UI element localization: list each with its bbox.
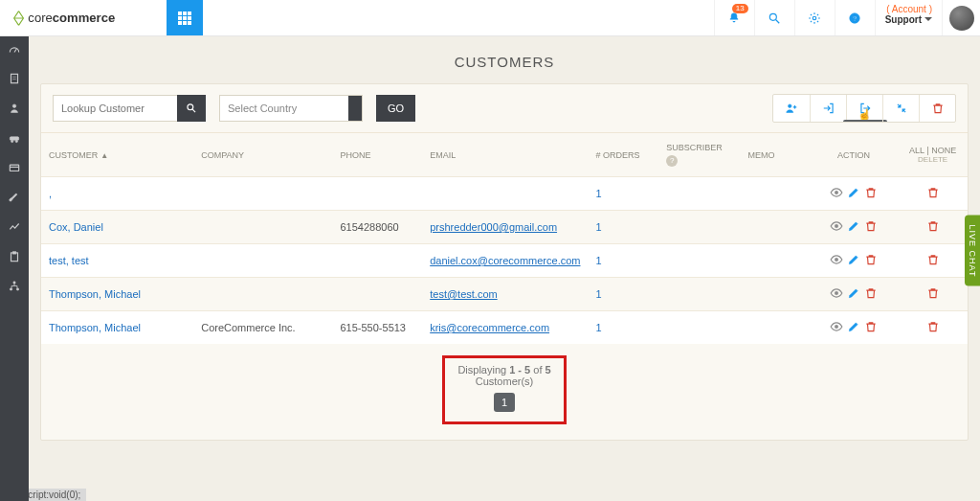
pagination-text: Displaying 1 - 5 of 5 Customer(s) bbox=[455, 364, 554, 387]
apps-button[interactable] bbox=[167, 0, 203, 35]
email-link[interactable]: prshredder000@gmail.com bbox=[430, 221, 557, 233]
cell-email: daniel.cox@corecommerce.com bbox=[422, 244, 588, 278]
customer-link[interactable]: , bbox=[49, 188, 52, 199]
view-button[interactable] bbox=[828, 253, 845, 268]
col-allnone[interactable]: ALL | NONEDELETE bbox=[898, 133, 968, 177]
trash-icon bbox=[864, 253, 878, 266]
delete-checkbox[interactable] bbox=[926, 257, 940, 268]
page-1-button[interactable]: 1 bbox=[494, 393, 515, 412]
customer-link[interactable]: Thompson, Michael bbox=[49, 288, 141, 300]
cell-email: prshredder000@gmail.com bbox=[422, 211, 588, 244]
sidebar-design[interactable] bbox=[0, 191, 29, 207]
sidebar-inventory[interactable] bbox=[0, 250, 29, 266]
edit-button[interactable] bbox=[845, 186, 862, 201]
help-icon[interactable]: ? bbox=[666, 155, 678, 167]
col-customer[interactable]: CUSTOMER▲ bbox=[41, 133, 193, 177]
trash-icon bbox=[926, 253, 940, 266]
customers-panel: Select Country GO ☝ Export bbox=[40, 83, 969, 441]
table-row: Cox, Daniel6154288060prshredder000@gmail… bbox=[41, 211, 968, 244]
cell-memo bbox=[740, 311, 809, 345]
card-icon bbox=[8, 161, 21, 174]
notifications-button[interactable]: 13 bbox=[714, 0, 754, 35]
row-delete-button[interactable] bbox=[862, 320, 880, 335]
trash-icon bbox=[926, 219, 940, 233]
col-memo[interactable]: MEMO bbox=[740, 133, 809, 177]
col-orders[interactable]: # ORDERS bbox=[588, 133, 658, 177]
cell-actions bbox=[810, 311, 899, 345]
orders-link[interactable]: 1 bbox=[595, 322, 601, 333]
row-delete-button[interactable] bbox=[862, 219, 880, 235]
orders-link[interactable]: 1 bbox=[595, 255, 601, 266]
sidebar-payments[interactable] bbox=[0, 161, 29, 177]
view-button[interactable] bbox=[828, 186, 845, 201]
svg-point-1 bbox=[770, 13, 777, 20]
lookup-input[interactable] bbox=[53, 95, 177, 122]
delete-checkbox[interactable] bbox=[926, 324, 940, 335]
svg-rect-17 bbox=[12, 252, 16, 254]
help-button[interactable]: ? bbox=[835, 0, 875, 35]
account-menu[interactable]: ( Account ) Support bbox=[875, 0, 942, 35]
row-delete-button[interactable] bbox=[862, 253, 880, 268]
col-company[interactable]: COMPANY bbox=[193, 133, 332, 177]
cell-orders: 1 bbox=[588, 177, 658, 211]
edit-button[interactable] bbox=[845, 286, 862, 302]
delete-checkbox[interactable] bbox=[926, 223, 940, 235]
chevron-down-icon bbox=[348, 96, 362, 121]
chart-icon bbox=[8, 220, 21, 234]
sidebar-customers[interactable] bbox=[0, 102, 29, 118]
customer-link[interactable]: Thompson, Michael bbox=[49, 322, 141, 333]
cell-delete bbox=[898, 278, 968, 311]
brand-logo[interactable]: corecommerce bbox=[0, 0, 167, 35]
lookup-search-button[interactable] bbox=[177, 95, 206, 122]
customer-link[interactable]: Cox, Daniel bbox=[49, 221, 103, 233]
table-row: test, testdaniel.cox@corecommerce.com1 bbox=[41, 244, 968, 278]
country-select[interactable]: Select Country bbox=[219, 95, 363, 122]
delete-selected-button[interactable] bbox=[919, 95, 955, 122]
search-button[interactable] bbox=[754, 0, 794, 35]
cell-actions bbox=[810, 278, 899, 311]
email-link[interactable]: daniel.cox@corecommerce.com bbox=[430, 255, 580, 266]
filter-row: Select Country GO ☝ Export bbox=[41, 84, 968, 132]
svg-point-27 bbox=[835, 291, 838, 295]
edit-button[interactable] bbox=[845, 320, 862, 335]
main-content: CUSTOMERS Select Country GO bbox=[29, 36, 980, 501]
orders-link[interactable]: 1 bbox=[595, 221, 601, 233]
edit-button[interactable] bbox=[845, 253, 862, 268]
svg-point-24 bbox=[835, 191, 838, 194]
cell-delete bbox=[898, 244, 968, 278]
sidebar-orders[interactable] bbox=[0, 131, 29, 148]
col-email[interactable]: EMAIL bbox=[422, 133, 588, 177]
col-phone[interactable]: PHONE bbox=[332, 133, 422, 177]
delete-checkbox[interactable] bbox=[926, 290, 940, 302]
email-link[interactable]: kris@corecommerce.com bbox=[430, 322, 549, 333]
email-link[interactable]: test@test.com bbox=[430, 288, 497, 300]
col-subscriber[interactable]: SUBSCRIBER? bbox=[658, 133, 740, 177]
customer-link[interactable]: test, test bbox=[49, 255, 89, 266]
edit-button[interactable] bbox=[845, 219, 862, 235]
delete-checkbox[interactable] bbox=[926, 190, 940, 201]
live-chat-tab[interactable]: LIVE CHAT bbox=[965, 215, 980, 286]
svg-rect-11 bbox=[10, 137, 18, 141]
sidebar-network[interactable] bbox=[0, 280, 29, 296]
view-button[interactable] bbox=[828, 286, 845, 302]
sidebar-dashboard[interactable] bbox=[0, 42, 29, 58]
add-customer-button[interactable] bbox=[773, 95, 810, 122]
import-button[interactable] bbox=[810, 95, 846, 122]
orders-link[interactable]: 1 bbox=[595, 188, 601, 199]
view-button[interactable] bbox=[828, 219, 845, 235]
view-button[interactable] bbox=[828, 320, 845, 335]
row-delete-button[interactable] bbox=[862, 186, 880, 201]
avatar[interactable] bbox=[942, 0, 980, 35]
svg-point-20 bbox=[16, 288, 18, 290]
svg-point-26 bbox=[835, 258, 838, 262]
pencil-icon bbox=[847, 320, 860, 333]
row-delete-button[interactable] bbox=[862, 286, 880, 302]
sidebar-pages[interactable] bbox=[0, 72, 29, 88]
sidebar-reports[interactable] bbox=[0, 220, 29, 237]
merge-button[interactable] bbox=[882, 95, 919, 122]
settings-button[interactable] bbox=[794, 0, 835, 35]
go-button[interactable]: GO bbox=[376, 95, 415, 122]
cell-subscriber bbox=[658, 244, 740, 278]
orders-link[interactable]: 1 bbox=[595, 288, 601, 300]
export-button[interactable]: ☝ Export bbox=[846, 95, 882, 122]
